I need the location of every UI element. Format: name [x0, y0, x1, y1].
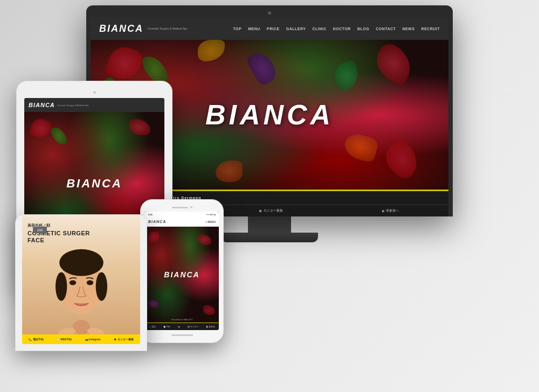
phone-footer-b[interactable]: B 表参道	[206, 325, 215, 328]
cosmetic-ig-icon: 📷	[85, 338, 88, 341]
hamburger-icon: ≡	[205, 220, 207, 223]
nav-news[interactable]: NEWS	[402, 27, 414, 31]
tablet-front: 美容外科／顔 COSMETIC SURGER FACE 詳細 📞 電話予約	[15, 214, 147, 351]
nav-price[interactable]: PRICE	[267, 27, 280, 31]
phone-tel-label: 電話	[151, 326, 156, 328]
nav-clinic[interactable]: CLINIC	[312, 27, 326, 31]
phone-menu[interactable]: ≡ MENU	[205, 220, 216, 223]
nav-gallery[interactable]: GALLERY	[286, 27, 306, 31]
phone-tel-icon: 📞	[149, 326, 151, 328]
phone-scroll-text: Picdue Antivircel EMSCULPT	[145, 319, 219, 321]
tablet-camera	[93, 91, 96, 94]
cosmetic-footer: 📞 電話予約 📋 WEB予約 📷 Instagram 🖥 モニター募集	[22, 334, 140, 344]
phone-b-label: 表参道	[209, 326, 215, 328]
svg-point-6	[95, 272, 107, 300]
tablet2-inner: 美容外科／顔 COSMETIC SURGER FACE 詳細 📞 電話予約	[15, 214, 147, 351]
phone-speaker	[172, 207, 188, 208]
phone-navbar: BIANCA ≡ MENU	[145, 217, 219, 227]
omotesando-icon: B	[382, 209, 384, 213]
monitor-label: モニター募集	[264, 208, 283, 213]
phone-cal-label: 予約	[166, 326, 170, 328]
phone-ig-icon: 📷	[178, 326, 180, 328]
cosmetic-text-overlay: 美容外科／顔 COSMETIC SURGER FACE 詳細	[27, 223, 90, 244]
phone-body: 9:41 ▪▪▪ WiFi ■ BIANCA ≡ MENU	[140, 199, 224, 343]
phone-hero: BIANCA Picdue Antivircel EMSCULPT	[145, 227, 219, 323]
svg-point-4	[59, 249, 103, 276]
desktop-logo: BIANCA	[99, 23, 143, 34]
cosmetic-page: 美容外科／顔 COSMETIC SURGER FACE 詳細 📞 電話予約	[22, 215, 140, 344]
svg-point-5	[56, 272, 67, 300]
desktop-logo-sub: Cosmetic Surgery & Medical Spa	[148, 27, 187, 30]
footer-omotesando[interactable]: B 表参道へ	[382, 208, 399, 213]
monitor-icon: 🖥	[259, 209, 262, 213]
phone-footer-ig[interactable]: 📷	[178, 326, 180, 328]
phone-footer-mon[interactable]: 🖥 モニター	[188, 326, 199, 328]
cosmetic-footer-web[interactable]: 📋 WEB予約	[57, 338, 72, 341]
phone-logo: BIANCA	[148, 220, 166, 223]
nav-contact[interactable]: CONTACT	[376, 27, 396, 31]
menu-label: MENU	[208, 220, 216, 223]
phone-mon-icon: 🖥	[188, 326, 190, 328]
tablet-navbar: BIANCA Cosmetic Surgery & Medical Spa	[24, 98, 164, 112]
cosmetic-hero-img: 美容外科／顔 COSMETIC SURGER FACE 詳細	[22, 215, 140, 334]
phone-statusbar: 9:41 ▪▪▪ WiFi ■	[145, 212, 219, 217]
phone-b-icon: B	[206, 325, 208, 328]
phone-mon-label: モニター	[190, 326, 199, 328]
footer-monitor[interactable]: 🖥 モニター募集	[259, 208, 283, 213]
desktop-navbar: BIANCA Cosmetic Surgery & Medical Spa TO…	[91, 17, 448, 40]
phone-home-indicator[interactable]	[171, 334, 193, 336]
omotesando-label: 表参道へ	[386, 208, 399, 213]
monitor-camera	[268, 11, 271, 15]
desktop-nav: TOP MENU PRICE GALLERY CLINIC DOCTOR BLO…	[233, 27, 440, 31]
phone-footer-bar: 📞 電話 📋 予約 📷 🖥 モニター	[145, 323, 219, 330]
nav-menu[interactable]: MENU	[248, 27, 260, 31]
cosmetic-tel-icon: 📞	[29, 338, 32, 341]
cosmetic-footer-ig[interactable]: 📷 Instagram	[85, 338, 101, 341]
cosmetic-web-icon: 📋	[57, 338, 60, 341]
monitor-stand-neck	[248, 216, 291, 233]
nav-doctor[interactable]: DOCTOR	[333, 27, 351, 31]
phone-screen: 9:41 ▪▪▪ WiFi ■ BIANCA ≡ MENU	[145, 212, 219, 330]
phone-camera-dot	[190, 206, 192, 208]
desktop-hero-title: BIANCA	[205, 99, 334, 131]
phone-cal-icon: 📋	[163, 326, 165, 328]
nav-top[interactable]: TOP	[233, 27, 241, 31]
cosmetic-footer-tel[interactable]: 📞 電話予約	[29, 338, 43, 341]
tablet-logo: BIANCA	[29, 102, 55, 108]
tablet-logo-sub: Cosmetic Surgery & Medical Spa	[57, 104, 89, 107]
phone-camera-area	[145, 206, 219, 208]
phone: 9:41 ▪▪▪ WiFi ■ BIANCA ≡ MENU	[140, 199, 224, 343]
face-silhouette	[49, 248, 114, 334]
svg-point-0	[73, 320, 90, 334]
cosmetic-footer-mon[interactable]: 🖥 モニター募集	[114, 338, 133, 341]
cosmetic-mon-icon: 🖥	[114, 338, 116, 341]
svg-point-2	[69, 281, 75, 285]
phone-hero-bg: BIANCA	[145, 227, 219, 323]
signal-icon: ▪▪▪ WiFi ■	[206, 213, 216, 216]
nav-recruit[interactable]: RECRUIT	[421, 27, 440, 31]
phone-footer-tel[interactable]: 📞 電話	[149, 326, 156, 328]
phone-footer-cal[interactable]: 📋 予約	[163, 326, 170, 328]
cosmetic-detail-btn[interactable]: 詳細	[33, 227, 47, 233]
phone-hero-title: BIANCA	[164, 270, 199, 279]
nav-blog[interactable]: BLOG	[357, 27, 369, 31]
svg-point-3	[86, 281, 93, 285]
phone-time: 9:41	[148, 213, 153, 216]
tablet2-screen: 美容外科／顔 COSMETIC SURGER FACE 詳細 📞 電話予約	[22, 215, 140, 344]
tablet-hero-title: BIANCA	[66, 177, 122, 191]
scene: BIANCA Cosmetic Surgery & Medical Spa TO…	[0, 0, 539, 392]
phone-website: 9:41 ▪▪▪ WiFi ■ BIANCA ≡ MENU	[145, 212, 219, 330]
monitor-stand-base	[221, 233, 318, 242]
